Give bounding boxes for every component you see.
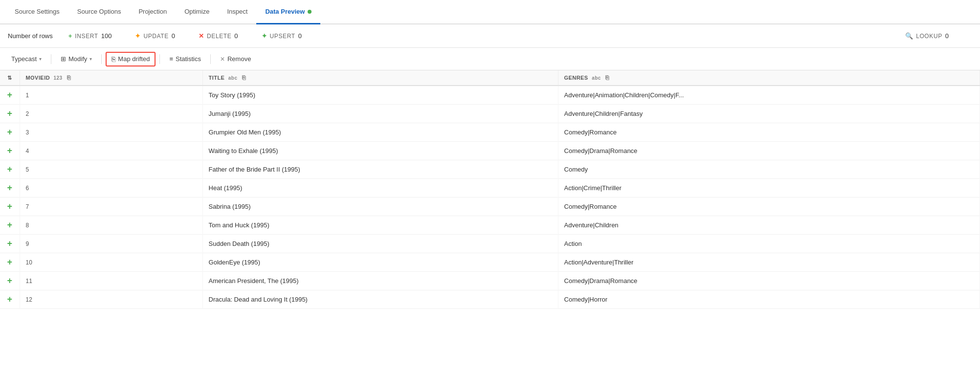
nav-inspect[interactable]: Inspect xyxy=(219,0,257,24)
nav-projection-label: Projection xyxy=(138,8,167,15)
col-header-genres[interactable]: GENRES abc ⎘ xyxy=(558,70,980,86)
row-insert-action[interactable]: + xyxy=(0,272,20,290)
cell-genres: Action xyxy=(558,235,980,253)
active-dot-indicator xyxy=(308,10,312,14)
update-value: 0 xyxy=(172,32,175,40)
upsert-value: 0 xyxy=(298,32,302,40)
row-insert-action[interactable]: + xyxy=(0,179,20,197)
nav-optimize[interactable]: Optimize xyxy=(176,0,218,24)
insert-label: INSERT xyxy=(75,33,98,40)
col-header-sort[interactable]: ⇅ xyxy=(0,70,20,86)
cell-title: Heat (1995) xyxy=(202,179,558,197)
row-insert-action[interactable]: + xyxy=(0,160,20,179)
movieid-type-badge: 123 xyxy=(54,75,63,81)
data-table-container: ⇅ MOVIEID 123 ⎘ TITLE abc ⎘ GENRES abc ⎘… xyxy=(0,70,980,372)
delete-value: 0 xyxy=(234,32,238,40)
nav-data-preview-label: Data Preview xyxy=(265,8,305,15)
cell-movieid: 2 xyxy=(20,105,202,123)
row-insert-action[interactable]: + xyxy=(0,142,20,160)
cell-movieid: 5 xyxy=(20,160,202,179)
cell-title: Waiting to Exhale (1995) xyxy=(202,142,558,160)
row-insert-action[interactable]: + xyxy=(0,216,20,235)
row-insert-action[interactable]: + xyxy=(0,235,20,253)
toolbar-divider-1 xyxy=(51,54,51,64)
cell-title: Jumanji (1995) xyxy=(202,105,558,123)
nav-source-options-label: Source Options xyxy=(77,8,121,15)
cell-title: Toy Story (1995) xyxy=(202,86,558,105)
cell-movieid: 4 xyxy=(20,142,202,160)
nav-projection[interactable]: Projection xyxy=(130,0,176,24)
lookup-value: 0 xyxy=(945,32,949,40)
cell-title: Grumpier Old Men (1995) xyxy=(202,123,558,142)
statistics-button[interactable]: ≡ Statistics xyxy=(164,52,206,66)
delete-icon: ✕ xyxy=(199,32,204,40)
nav-source-settings[interactable]: Source Settings xyxy=(6,0,68,24)
nav-optimize-label: Optimize xyxy=(184,8,209,15)
upsert-icon: ✦ xyxy=(262,32,267,40)
row-insert-action[interactable]: + xyxy=(0,290,20,309)
cell-genres: Comedy|Romance xyxy=(558,197,980,216)
cell-genres: Comedy|Horror xyxy=(558,290,980,309)
title-type-badge: abc xyxy=(228,75,238,81)
col-header-title[interactable]: TITLE abc ⎘ xyxy=(202,70,558,86)
insert-value: 100 xyxy=(101,32,112,40)
upsert-stat: ✦ UPSERT 0 xyxy=(262,32,302,40)
col-header-movieid[interactable]: MOVIEID 123 ⎘ xyxy=(20,70,202,86)
cell-title: Dracula: Dead and Loving It (1995) xyxy=(202,290,558,309)
remove-button[interactable]: ✕ Remove xyxy=(215,52,256,66)
table-row: +10GoldenEye (1995)Action|Adventure|Thri… xyxy=(0,253,980,272)
cell-title: American President, The (1995) xyxy=(202,272,558,290)
cell-title: Sabrina (1995) xyxy=(202,197,558,216)
stats-bar: Number of rows + INSERT 100 ✦ UPDATE 0 ✕… xyxy=(0,24,980,48)
delete-label: DELETE xyxy=(207,33,231,40)
typecast-button[interactable]: Typecast ▾ xyxy=(6,52,47,66)
insert-stat: + INSERT 100 xyxy=(68,32,112,40)
typecast-label: Typecast xyxy=(11,55,37,63)
top-navigation: Source Settings Source Options Projectio… xyxy=(0,0,980,24)
cell-title: Father of the Bride Part II (1995) xyxy=(202,160,558,179)
row-insert-action[interactable]: + xyxy=(0,253,20,272)
cell-movieid: 12 xyxy=(20,290,202,309)
nav-source-settings-label: Source Settings xyxy=(15,8,60,15)
genres-edit-icon[interactable]: ⎘ xyxy=(605,74,609,81)
map-drifted-icon: ⎘ xyxy=(111,55,115,63)
table-row: +4Waiting to Exhale (1995)Comedy|Drama|R… xyxy=(0,142,980,160)
modify-button[interactable]: ⊞ Modify ▾ xyxy=(55,52,97,66)
lookup-icon: 🔍 xyxy=(905,32,913,40)
cell-movieid: 3 xyxy=(20,123,202,142)
table-row: +6Heat (1995)Action|Crime|Thriller xyxy=(0,179,980,197)
table-row: +9Sudden Death (1995)Action xyxy=(0,235,980,253)
table-row: +8Tom and Huck (1995)Adventure|Children xyxy=(0,216,980,235)
title-edit-icon[interactable]: ⎘ xyxy=(242,74,245,81)
remove-label: Remove xyxy=(227,55,251,63)
map-drifted-label: Map drifted xyxy=(118,55,150,63)
cell-genres: Adventure|Animation|Children|Comedy|F... xyxy=(558,86,980,105)
cell-title: GoldenEye (1995) xyxy=(202,253,558,272)
typecast-chevron-icon: ▾ xyxy=(39,56,42,62)
map-drifted-button[interactable]: ⎘ Map drifted xyxy=(106,52,156,66)
row-insert-action[interactable]: + xyxy=(0,105,20,123)
row-insert-action[interactable]: + xyxy=(0,197,20,216)
data-table: ⇅ MOVIEID 123 ⎘ TITLE abc ⎘ GENRES abc ⎘… xyxy=(0,70,980,309)
cell-movieid: 6 xyxy=(20,179,202,197)
cell-movieid: 7 xyxy=(20,197,202,216)
movieid-edit-icon[interactable]: ⎘ xyxy=(67,74,70,81)
table-row: +2Jumanji (1995)Adventure|Children|Fanta… xyxy=(0,105,980,123)
row-insert-action[interactable]: + xyxy=(0,123,20,142)
modify-chevron-icon: ▾ xyxy=(89,56,92,62)
update-label: UPDATE xyxy=(143,33,168,40)
nav-data-preview[interactable]: Data Preview xyxy=(256,0,320,24)
table-row: +3Grumpier Old Men (1995)Comedy|Romance xyxy=(0,123,980,142)
row-insert-action[interactable]: + xyxy=(0,86,20,105)
table-row: +5Father of the Bride Part II (1995)Come… xyxy=(0,160,980,179)
statistics-icon: ≡ xyxy=(169,55,173,63)
toolbar-divider-2 xyxy=(101,54,102,64)
cell-genres: Adventure|Children xyxy=(558,216,980,235)
cell-movieid: 10 xyxy=(20,253,202,272)
cell-title: Tom and Huck (1995) xyxy=(202,216,558,235)
nav-inspect-label: Inspect xyxy=(227,8,248,15)
cell-genres: Action|Crime|Thriller xyxy=(558,179,980,197)
cell-movieid: 9 xyxy=(20,235,202,253)
nav-source-options[interactable]: Source Options xyxy=(68,0,130,24)
table-header: ⇅ MOVIEID 123 ⎘ TITLE abc ⎘ GENRES abc ⎘ xyxy=(0,70,980,86)
